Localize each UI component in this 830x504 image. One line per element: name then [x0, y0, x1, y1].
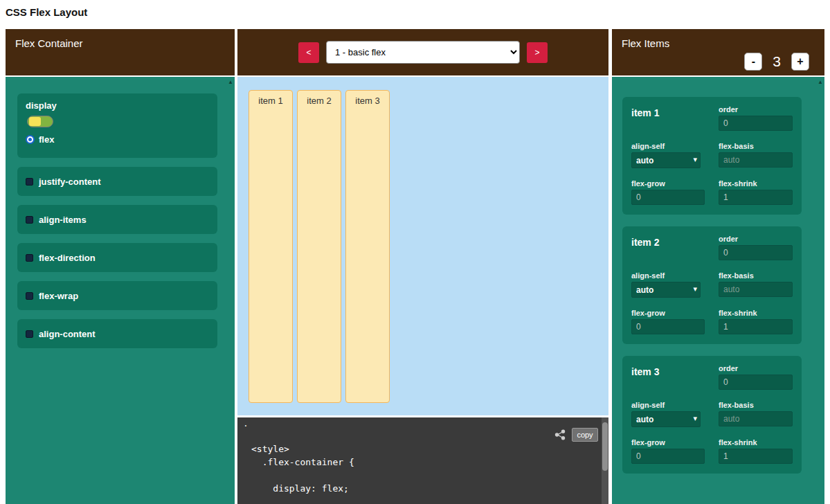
order-label: order — [719, 364, 793, 372]
section-label: align-items — [39, 215, 87, 225]
align-self-field: align-self auto ▾ — [631, 142, 709, 170]
justify-content-checkbox[interactable] — [26, 178, 33, 186]
order-label: order — [719, 235, 793, 243]
remove-item-button[interactable]: - — [744, 53, 762, 71]
prev-example-button[interactable]: < — [298, 42, 319, 63]
item-card-title: item 3 — [631, 364, 709, 391]
flex-item: item 2 — [297, 90, 341, 403]
flex-basis-input[interactable] — [719, 411, 793, 426]
align-self-label: align-self — [631, 271, 709, 280]
display-label: display — [26, 100, 209, 111]
flex-item-card: item 2 order align-self auto ▾ flex-basi… — [622, 226, 802, 344]
flex-item-card: item 1 order align-self auto ▾ flex-basi… — [622, 97, 802, 215]
code-scrollbar[interactable] — [602, 417, 608, 504]
flex-grow-input[interactable] — [631, 190, 705, 205]
flex-shrink-field: flex-shrink — [719, 438, 793, 465]
align-self-select[interactable]: auto — [631, 411, 701, 427]
flex-grow-label: flex-grow — [631, 309, 709, 317]
align-self-select-wrap: auto ▾ — [631, 411, 701, 427]
flex-shrink-field: flex-shrink — [719, 309, 793, 336]
align-items-checkbox[interactable] — [26, 216, 33, 224]
order-input[interactable] — [719, 245, 793, 260]
align-self-field: align-self auto ▾ — [631, 271, 709, 299]
example-select[interactable]: 1 - basic flex — [326, 41, 520, 64]
section-label: flex-direction — [39, 253, 96, 263]
flex-basis-label: flex-basis — [719, 142, 793, 150]
flex-basis-input[interactable] — [719, 152, 793, 168]
flex-basis-label: flex-basis — [719, 271, 793, 280]
flex-basis-field: flex-basis — [719, 142, 793, 170]
flex-item: item 3 — [345, 90, 390, 403]
align-content-section: align-content — [17, 319, 217, 348]
flex-grow-input[interactable] — [631, 449, 705, 464]
flex-grow-label: flex-grow — [631, 438, 709, 447]
align-self-label: align-self — [631, 401, 709, 409]
order-label: order — [719, 105, 793, 114]
flex-radio-row: flex — [26, 134, 209, 145]
code-scrollbar-thumb[interactable] — [602, 422, 608, 471]
flex-direction-checkbox[interactable] — [26, 254, 33, 262]
flex-shrink-input[interactable] — [719, 190, 793, 205]
preview-header: < 1 - basic flex > — [237, 29, 608, 75]
code-panel: . copy <style> .flex-container { display… — [237, 417, 608, 504]
section-label: justify-content — [39, 177, 101, 187]
code-dot: . — [243, 418, 249, 429]
flex-shrink-field: flex-shrink — [719, 179, 793, 206]
items-panel-body: ▲ item 1 order align-self auto ▾ flex-ba… — [612, 77, 824, 504]
order-input[interactable] — [719, 375, 793, 390]
flex-grow-field: flex-grow — [631, 179, 709, 206]
items-panel-header: Flex Items - 3 + — [612, 29, 824, 75]
copy-button[interactable]: copy — [572, 428, 598, 442]
flex-container-preview: item 1 item 2 item 3 — [237, 77, 608, 415]
toggle-knob — [29, 117, 41, 126]
container-panel-title: Flex Container — [15, 37, 83, 49]
order-field: order — [719, 105, 793, 132]
align-items-section: align-items — [17, 205, 217, 234]
align-self-select-wrap: auto ▾ — [631, 152, 701, 168]
align-self-select[interactable]: auto — [631, 152, 701, 168]
flex-shrink-input[interactable] — [719, 319, 793, 334]
container-scrollbar-up-icon[interactable]: ▲ — [228, 79, 233, 85]
display-toggle[interactable] — [27, 116, 53, 127]
section-label: align-content — [39, 329, 96, 339]
flex-grow-label: flex-grow — [631, 179, 709, 188]
items-scrollbar-up-icon[interactable]: ▲ — [818, 79, 823, 85]
flex-radio-label: flex — [39, 134, 54, 145]
add-item-button[interactable]: + — [791, 53, 809, 71]
align-content-checkbox[interactable] — [26, 330, 33, 338]
align-self-field: align-self auto ▾ — [631, 401, 709, 429]
flex-grow-field: flex-grow — [631, 438, 709, 465]
flex-basis-field: flex-basis — [719, 401, 793, 429]
flex-item-card: item 3 order align-self auto ▾ flex-basi… — [622, 356, 802, 474]
item-card-title: item 1 — [631, 105, 709, 132]
flex-wrap-section: flex-wrap — [17, 281, 217, 310]
order-field: order — [719, 364, 793, 391]
section-label: flex-wrap — [39, 291, 78, 301]
flex-shrink-label: flex-shrink — [719, 309, 793, 317]
item-count-controls: - 3 + — [744, 53, 809, 71]
flex-grow-field: flex-grow — [631, 309, 709, 336]
flex-basis-field: flex-basis — [719, 271, 793, 299]
flex-wrap-checkbox[interactable] — [26, 292, 33, 300]
next-example-button[interactable]: > — [527, 42, 548, 63]
align-self-label: align-self — [631, 142, 709, 150]
flex-shrink-label: flex-shrink — [719, 179, 793, 188]
justify-content-section: justify-content — [17, 167, 217, 196]
flex-radio[interactable] — [26, 135, 35, 144]
flex-basis-label: flex-basis — [719, 401, 793, 409]
display-section: display flex — [17, 93, 217, 158]
item-count: 3 — [773, 53, 781, 70]
flex-shrink-input[interactable] — [719, 449, 793, 464]
flex-item: item 1 — [249, 90, 293, 403]
item-card-title: item 2 — [631, 235, 709, 262]
page-title: CSS Flex Layout — [6, 6, 87, 18]
align-self-select[interactable]: auto — [631, 282, 701, 298]
container-panel-body: ▲ display flex justify-content align-ite… — [6, 77, 235, 504]
flex-basis-input[interactable] — [719, 282, 793, 297]
share-icon[interactable] — [554, 429, 566, 440]
flex-grow-input[interactable] — [631, 319, 705, 334]
container-panel-header: Flex Container — [6, 29, 235, 75]
app: CSS Flex Layout Flex Container ▲ display… — [0, 0, 830, 504]
order-field: order — [719, 235, 793, 262]
order-input[interactable] — [719, 116, 793, 131]
